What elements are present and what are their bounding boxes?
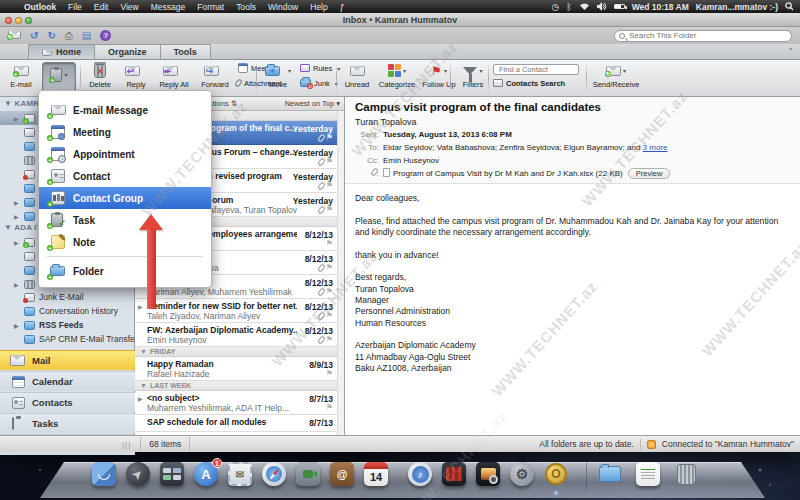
help-icon[interactable]: ?: [100, 30, 111, 41]
tab-organize[interactable]: Organize: [95, 44, 161, 59]
script-menu-icon[interactable]: ƒ: [334, 2, 351, 12]
categorize-button[interactable]: ▾ Categorize: [376, 62, 418, 89]
group-header-last-week[interactable]: ▼ LAST WEEK: [135, 381, 337, 391]
find-contact-box[interactable]: [493, 64, 579, 75]
flag-icon[interactable]: ⚑: [326, 158, 333, 166]
tab-home[interactable]: Home: [28, 44, 95, 59]
downloads-folder-icon[interactable]: [598, 462, 622, 486]
menu-item-folder[interactable]: + Folder: [39, 260, 211, 282]
message-from[interactable]: Turan Topalova: [355, 117, 417, 127]
sort-order-control[interactable]: Newest on Top ▾: [285, 99, 340, 108]
flag-icon[interactable]: ⚑: [326, 206, 333, 214]
send-receive-button[interactable]: ↻▾ Send/Receive: [590, 62, 642, 89]
menu-tools[interactable]: Tools: [230, 2, 262, 12]
flag-icon[interactable]: ⚑: [326, 264, 333, 272]
contacts-search-label[interactable]: Contacts Search: [506, 79, 565, 88]
move-button[interactable]: ➔▾ Move: [260, 62, 296, 89]
menu-outlook[interactable]: Outlook: [18, 2, 62, 12]
menu-item-task[interactable]: ✓+ Task: [39, 209, 211, 231]
reply-all-button[interactable]: ↞ Reply All: [154, 62, 194, 89]
menubar-clock[interactable]: Wed 10:18 AM: [632, 2, 689, 12]
nav-tasks[interactable]: Tasks: [0, 413, 135, 433]
message-row[interactable]: ▶ <no subject>Muharrem Yeshilirmak, ADA …: [135, 391, 337, 415]
trash-icon[interactable]: [674, 462, 698, 486]
nav-calendar[interactable]: Calendar: [0, 371, 135, 391]
window-titlebar[interactable]: Inbox • Kamran Hummatov: [0, 13, 800, 27]
group-header-friday[interactable]: ▼ FRIDAY: [135, 347, 337, 357]
menu-item-note[interactable]: ✎+ Note: [39, 231, 211, 253]
cc-value[interactable]: Emin Huseynov: [383, 156, 439, 165]
battery-icon[interactable]: [614, 4, 625, 9]
more-recipients-link[interactable]: 3 more: [643, 143, 668, 152]
itunes-icon[interactable]: ♪: [408, 462, 432, 486]
print-icon[interactable]: ⎙: [65, 31, 73, 41]
flag-icon[interactable]: ⚑: [326, 240, 333, 248]
document-icon[interactable]: [636, 462, 660, 486]
menu-message[interactable]: Message: [145, 2, 192, 12]
redo-icon[interactable]: ↻: [47, 31, 55, 41]
flag-icon[interactable]: ⚑: [326, 336, 333, 344]
volume-icon[interactable]: [597, 2, 607, 11]
calendar-icon[interactable]: 14: [364, 462, 388, 486]
expand-thread-icon[interactable]: ▶: [138, 395, 143, 402]
menu-item-email-message[interactable]: + E-mail Message: [39, 99, 211, 121]
to-value[interactable]: Eldar Seyidov; Vafa Babashova; Zenfira S…: [383, 143, 643, 152]
menu-item-appointment[interactable]: ◔+ Appointment: [39, 143, 211, 165]
attachment-name[interactable]: Program of Campus Visit by Dr M Kah and …: [393, 169, 623, 178]
time-machine-icon[interactable]: ◷: [551, 2, 559, 12]
mail-icon[interactable]: ✉: [228, 462, 252, 486]
outlook-icon[interactable]: O: [544, 462, 568, 486]
contacts-icon[interactable]: @: [330, 462, 354, 486]
wifi-icon[interactable]: [579, 2, 590, 11]
collapse-ribbon-icon[interactable]: ⌃: [787, 47, 794, 56]
menu-file[interactable]: File: [62, 2, 88, 12]
preview-button[interactable]: Preview: [628, 168, 671, 179]
send-receive-icon[interactable]: ↻: [8, 30, 21, 41]
message-row[interactable]: ▶ Reminder for new SSID for better net..…: [135, 299, 337, 323]
photo-booth-icon[interactable]: [442, 462, 466, 486]
forward-button[interactable]: ↪ Forward: [196, 62, 234, 89]
spotlight-icon[interactable]: [785, 2, 794, 11]
flag-icon[interactable]: ⚑: [326, 370, 333, 378]
iphoto-icon[interactable]: [476, 462, 500, 486]
menu-view[interactable]: View: [114, 2, 144, 12]
message-row[interactable]: SAP schedule for all modules 8/7/13: [135, 415, 337, 432]
launchpad-icon[interactable]: ➤: [126, 462, 150, 486]
message-list-scrollbar[interactable]: [337, 111, 344, 435]
delete-button[interactable]: Delete: [84, 62, 116, 89]
flag-icon[interactable]: ⚑: [326, 134, 333, 142]
app-store-icon[interactable]: A1: [194, 462, 218, 486]
menu-format[interactable]: Format: [191, 2, 230, 12]
pane-resize-grip[interactable]: |||: [122, 440, 131, 449]
menu-item-contact-group[interactable]: + Contact Group: [39, 187, 211, 209]
new-email-button[interactable]: + E-mail: [2, 62, 40, 89]
menu-edit[interactable]: Edit: [88, 2, 115, 12]
menu-help[interactable]: Help: [304, 2, 333, 12]
finder-icon[interactable]: [92, 462, 116, 486]
menu-item-contact[interactable]: + Contact: [39, 165, 211, 187]
menubar-user[interactable]: Kamran...mmatov :-): [696, 2, 778, 12]
safari-icon[interactable]: [262, 462, 286, 486]
reply-button[interactable]: ↩ Reply: [118, 62, 154, 89]
flag-icon[interactable]: ⚑: [326, 288, 333, 296]
undo-icon[interactable]: ↺: [30, 31, 38, 41]
account-header-2[interactable]: ▼ ADA IT: [4, 223, 42, 232]
folder-rss-feeds[interactable]: ▶RSS Feeds: [0, 318, 135, 332]
menu-item-meeting[interactable]: + Meeting: [39, 121, 211, 143]
tab-tools[interactable]: Tools: [161, 44, 211, 59]
filters-button[interactable]: ▾ Filters: [454, 62, 492, 89]
reading-pane-icon[interactable]: ▤: [82, 31, 91, 41]
search-input[interactable]: [627, 30, 787, 41]
flag-icon[interactable]: ⚑: [326, 312, 333, 320]
find-contact-input[interactable]: [497, 64, 575, 75]
unread-button[interactable]: Unread: [340, 62, 374, 89]
nav-mail[interactable]: Mail: [0, 350, 135, 370]
folder-junk-email[interactable]: Junk E-Mail: [0, 290, 135, 304]
folder-sap-crm[interactable]: SAP CRM E-Mail Transfer: [0, 332, 135, 346]
message-row[interactable]: FW: Azerbaijan Diplomatic Academy...Emin…: [135, 323, 337, 347]
bluetooth-icon[interactable]: ᛒ: [566, 2, 571, 12]
mission-control-icon[interactable]: [160, 462, 184, 486]
facetime-icon[interactable]: [296, 462, 320, 486]
menu-window[interactable]: Window: [262, 2, 304, 12]
system-preferences-icon[interactable]: ⚙: [510, 462, 534, 486]
